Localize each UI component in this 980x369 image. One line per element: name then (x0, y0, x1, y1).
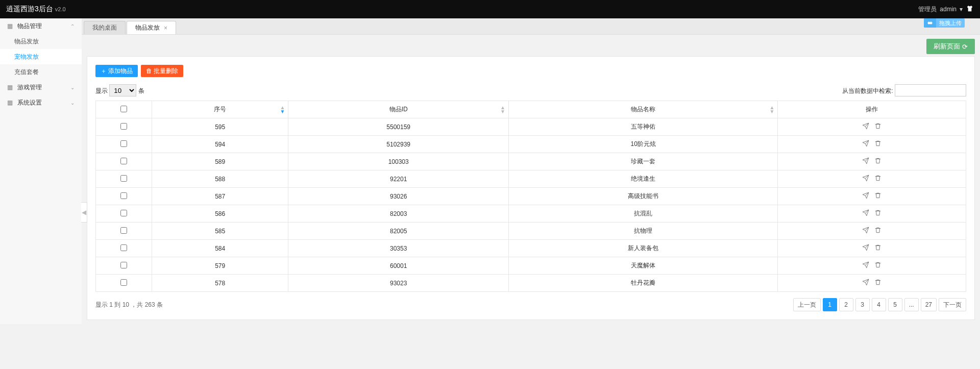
tab[interactable]: 物品发放× (127, 21, 176, 34)
send-icon[interactable] (862, 209, 869, 218)
pager: 上一页12345...27下一页 (793, 298, 966, 311)
delete-icon[interactable] (874, 157, 881, 166)
topbar: 逍遥西游3后台 v2.0 管理员 admin ▾ (0, 0, 980, 18)
sidebar-item[interactable]: 物品发放 (0, 34, 82, 49)
sidebar-group[interactable]: ▦系统设置⌄ (0, 95, 82, 110)
batch-delete-label: 批量删除 (154, 67, 178, 76)
delete-icon[interactable] (874, 227, 881, 235)
cell-id: 82005 (288, 223, 509, 240)
cell-seq: 585 (152, 223, 288, 240)
length-select[interactable]: 102550100 (109, 84, 136, 96)
row-checkbox[interactable] (120, 123, 127, 130)
search-label: 从当前数据中检索: (842, 87, 893, 94)
send-icon[interactable] (862, 140, 869, 149)
send-icon[interactable] (862, 261, 869, 270)
close-icon[interactable]: × (164, 24, 167, 32)
cell-id: 100303 (288, 153, 509, 170)
pager-page[interactable]: 1 (823, 298, 837, 311)
select-all-checkbox[interactable] (120, 106, 127, 112)
content-area: 我的桌面物品发放× ◀ 刷新页面 ⟳ ＋ 添加物品 🗑 批量删除 (82, 18, 980, 324)
table-row: 58892201绝境逢生 (96, 170, 966, 188)
send-icon[interactable] (862, 175, 869, 183)
send-icon[interactable] (862, 122, 869, 131)
pager-page[interactable]: 5 (888, 298, 902, 311)
sort-icon: ▲▼ (500, 106, 505, 114)
send-icon[interactable] (862, 157, 869, 166)
batch-delete-button[interactable]: 🗑 批量删除 (141, 65, 183, 77)
grid-icon: ▦ (7, 22, 14, 30)
cell-seq: 579 (152, 257, 288, 275)
row-checkbox[interactable] (120, 192, 127, 199)
cell-seq: 586 (152, 205, 288, 223)
pager-prev[interactable]: 上一页 (793, 298, 821, 311)
search-control: 从当前数据中检索: (842, 84, 966, 96)
add-item-button[interactable]: ＋ 添加物品 (95, 65, 138, 77)
column-header[interactable]: 序号▲▼ (152, 101, 288, 118)
add-label: 添加物品 (108, 67, 133, 76)
row-checkbox[interactable] (120, 210, 127, 216)
cell-name: 10阶元炫 (508, 136, 778, 153)
tab[interactable]: 我的桌面 (84, 21, 126, 34)
row-checkbox[interactable] (120, 279, 127, 286)
caret-down-icon: ▾ (960, 6, 963, 13)
pager-page[interactable]: 27 (921, 298, 937, 311)
table-row: 58582005抗物理 (96, 223, 966, 240)
row-checkbox[interactable] (120, 262, 127, 268)
gear-icon: ▦ (7, 99, 14, 106)
cell-id: 82003 (288, 205, 509, 223)
cell-id: 93026 (288, 188, 509, 205)
cell-seq: 578 (152, 275, 288, 292)
row-checkbox[interactable] (120, 244, 127, 251)
row-checkbox[interactable] (120, 140, 127, 147)
row-checkbox[interactable] (120, 227, 127, 234)
tab-label: 我的桌面 (92, 23, 117, 32)
column-header[interactable]: 物品ID▲▼ (288, 101, 509, 118)
sidebar-group[interactable]: ▦物品管理⌃ (0, 18, 82, 34)
topbar-user[interactable]: 管理员 admin ▾ (918, 5, 974, 14)
row-checkbox[interactable] (120, 175, 127, 182)
cell-name: 天魔解体 (508, 257, 778, 275)
sidebar-item[interactable]: 充值套餐 (0, 64, 82, 80)
delete-icon[interactable] (874, 122, 881, 131)
sidebar-collapse-handle[interactable]: ◀ (81, 202, 87, 223)
send-icon[interactable] (862, 192, 869, 201)
pager-next[interactable]: 下一页 (939, 298, 966, 311)
length-suffix: 条 (138, 87, 144, 94)
column-header[interactable]: 操作 (778, 101, 966, 118)
pager-page[interactable]: 3 (855, 298, 870, 311)
theme-icon[interactable] (966, 5, 974, 14)
table-row: 58430353新人装备包 (96, 240, 966, 257)
send-icon[interactable] (862, 244, 869, 253)
sort-icon: ▲▼ (280, 106, 285, 114)
delete-icon[interactable] (874, 192, 881, 201)
sidebar-group-label: 系统设置 (17, 99, 42, 107)
delete-icon[interactable] (874, 244, 881, 253)
refresh-button[interactable]: 刷新页面 ⟳ (926, 39, 975, 54)
pager-page[interactable]: 2 (839, 298, 853, 311)
pager-page[interactable]: 4 (872, 298, 886, 311)
column-header[interactable]: 物品名称▲▼ (508, 101, 778, 118)
cell-seq: 584 (152, 240, 288, 257)
delete-icon[interactable] (874, 261, 881, 270)
delete-icon[interactable] (874, 279, 881, 287)
sidebar-item[interactable]: 宠物发放 (0, 49, 82, 64)
send-icon[interactable] (862, 279, 869, 287)
upload-badge[interactable]: 拖拽上传 (924, 18, 965, 28)
delete-icon[interactable] (874, 175, 881, 183)
column-label: 物品ID (389, 106, 408, 113)
cell-name: 五等神佑 (508, 118, 778, 136)
cloud-upload-icon (924, 18, 936, 28)
data-table: 序号▲▼物品ID▲▼物品名称▲▼操作 5955500159五等神佑5945102… (95, 101, 966, 292)
brand-title: 逍遥西游3后台 (6, 5, 53, 14)
send-icon[interactable] (862, 227, 869, 235)
card: ＋ 添加物品 🗑 批量删除 显示 102550100 条 从 (87, 56, 975, 320)
row-checkbox[interactable] (120, 158, 127, 164)
delete-icon[interactable] (874, 209, 881, 218)
plus-icon: ＋ (101, 67, 107, 76)
sidebar-group-label: 物品管理 (17, 22, 42, 31)
cell-seq: 594 (152, 136, 288, 153)
search-input[interactable] (895, 84, 966, 96)
sidebar-group[interactable]: ▦游戏管理⌄ (0, 80, 82, 95)
cell-id: 5102939 (288, 136, 509, 153)
delete-icon[interactable] (874, 140, 881, 149)
